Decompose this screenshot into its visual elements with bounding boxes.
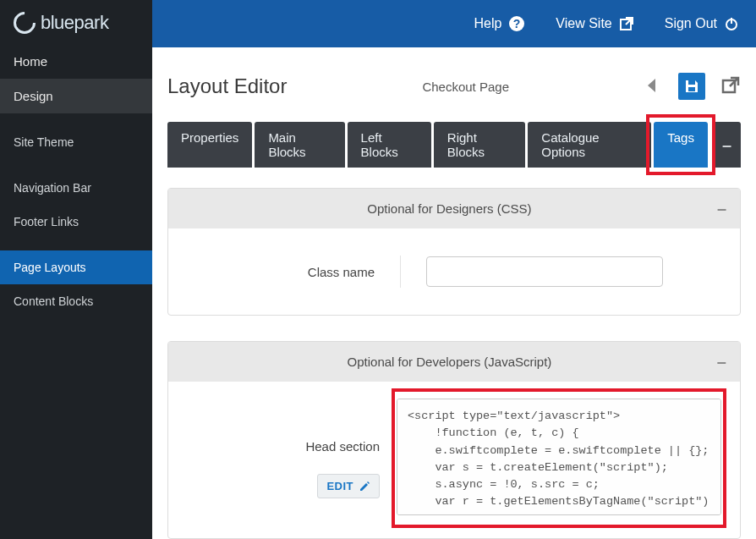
back-button[interactable] xyxy=(643,75,663,98)
panel-js-header: Optional for Developers (JavaScript) – xyxy=(168,342,740,382)
header-row: Layout Editor Checkout Page xyxy=(152,73,756,122)
tab-properties[interactable]: Properties xyxy=(167,122,252,168)
sidebar-item-site-theme[interactable]: Site Theme xyxy=(0,125,152,159)
sign-out-label: Sign Out xyxy=(665,16,717,31)
class-name-row: Class name xyxy=(189,256,720,288)
tab-tags-label: Tags xyxy=(667,130,694,145)
panel-css-title: Optional for Designers (CSS) xyxy=(367,201,531,216)
tab-tags[interactable]: Tags xyxy=(654,122,708,168)
brand-logo: bluepark xyxy=(0,0,152,44)
svg-rect-5 xyxy=(688,80,695,85)
class-name-input[interactable] xyxy=(426,256,663,287)
sign-out-link[interactable]: Sign Out xyxy=(665,16,739,31)
help-label: Help xyxy=(474,16,501,31)
save-button[interactable] xyxy=(678,73,705,100)
panel-js-collapse[interactable]: – xyxy=(717,352,726,371)
edit-button[interactable]: EDIT xyxy=(317,474,380,498)
pencil-icon xyxy=(359,481,370,492)
spacer xyxy=(0,239,152,250)
tab-left-blocks[interactable]: Left Blocks xyxy=(348,122,431,168)
panel-css-header: Optional for Designers (CSS) – xyxy=(168,189,740,228)
tab-right-blocks[interactable]: Right Blocks xyxy=(434,122,525,168)
view-site-label: View Site xyxy=(556,16,611,31)
class-name-label: Class name xyxy=(189,265,375,279)
logo-swirl-icon xyxy=(9,8,41,39)
sidebar-item-home[interactable]: Home xyxy=(0,44,152,79)
content: Layout Editor Checkout Page Properties M… xyxy=(152,47,756,539)
highlight-box xyxy=(646,114,715,175)
panels: Optional for Designers (CSS) – Class nam… xyxy=(152,168,756,539)
open-external-button[interactable] xyxy=(720,75,741,98)
panel-js-title: Optional for Developers (JavaScript) xyxy=(348,355,552,369)
external-link-icon xyxy=(619,16,634,31)
brand-name: bluepark xyxy=(41,12,108,34)
head-section-code[interactable] xyxy=(397,399,721,515)
tabs: Properties Main Blocks Left Blocks Right… xyxy=(152,122,756,168)
separator xyxy=(400,256,401,288)
panel-js: Optional for Developers (JavaScript) – H… xyxy=(167,341,741,539)
sidebar-item-page-layouts[interactable]: Page Layouts xyxy=(0,250,152,284)
panel-css-body: Class name xyxy=(168,228,740,315)
tabs-collapse-button[interactable]: – xyxy=(713,122,741,168)
tab-main-blocks[interactable]: Main Blocks xyxy=(255,122,344,168)
sidebar-item-design[interactable]: Design xyxy=(0,79,152,113)
sidebar-item-footer-links[interactable]: Footer Links xyxy=(0,205,152,239)
edit-button-label: EDIT xyxy=(326,480,353,492)
svg-rect-6 xyxy=(688,87,695,91)
code-wrap xyxy=(397,399,721,518)
page-subtitle: Checkout Page xyxy=(422,80,509,94)
svg-text:?: ? xyxy=(513,17,521,30)
power-icon xyxy=(724,16,739,31)
spacer xyxy=(0,113,152,125)
header-actions xyxy=(643,73,741,100)
help-icon: ? xyxy=(508,15,525,32)
page-title: Layout Editor xyxy=(167,74,287,98)
topbar: Help ? View Site Sign Out xyxy=(152,0,756,47)
head-section-controls: Head section EDIT xyxy=(185,399,380,498)
main: Help ? View Site Sign Out Layout Editor … xyxy=(152,0,756,539)
panel-css-collapse[interactable]: – xyxy=(717,199,726,218)
head-section-label: Head section xyxy=(185,439,380,454)
sidebar-item-content-blocks[interactable]: Content Blocks xyxy=(0,284,152,318)
sidebar: bluepark Home Design Site Theme Navigati… xyxy=(0,0,152,539)
panel-css: Optional for Designers (CSS) – Class nam… xyxy=(167,188,741,316)
spacer xyxy=(0,159,152,171)
help-link[interactable]: Help ? xyxy=(474,15,525,32)
panel-js-body: Head section EDIT xyxy=(168,382,740,538)
tab-catalogue-options[interactable]: Catalogue Options xyxy=(528,122,651,168)
view-site-link[interactable]: View Site xyxy=(556,16,633,31)
sidebar-item-navigation-bar[interactable]: Navigation Bar xyxy=(0,171,152,205)
